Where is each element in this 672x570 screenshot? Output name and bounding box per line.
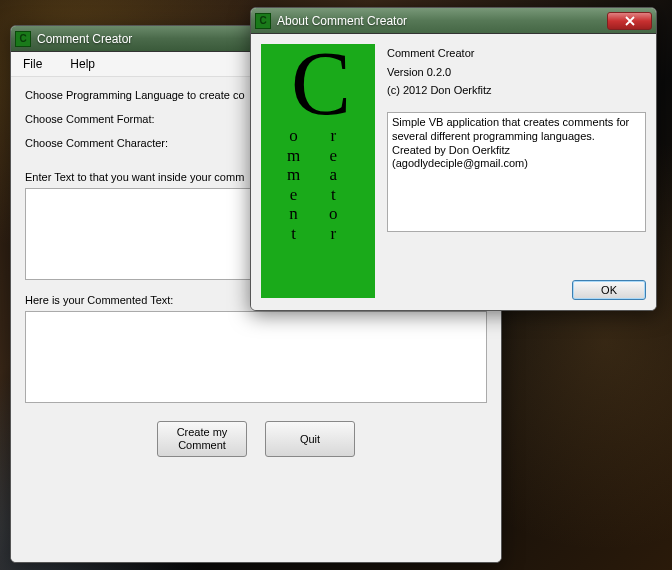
quit-label: Quit — [300, 433, 320, 445]
about-logo: C omment reator — [261, 44, 375, 298]
close-button[interactable] — [607, 12, 652, 30]
create-label: Create my Comment — [177, 426, 228, 451]
about-name: Comment Creator — [387, 44, 646, 63]
about-copyright: (c) 2012 Don Oerkfitz — [387, 81, 646, 100]
app-icon: C — [15, 31, 31, 47]
logo-word-omment: omment — [287, 126, 300, 243]
close-icon — [625, 16, 635, 26]
output-textarea[interactable] — [25, 311, 487, 403]
about-footer: OK — [387, 270, 646, 300]
create-comment-button[interactable]: Create my Comment — [157, 421, 247, 457]
quit-button[interactable]: Quit — [265, 421, 355, 457]
about-titlebar[interactable]: C About Comment Creator — [251, 8, 656, 34]
logo-word-reator: reator — [329, 126, 338, 243]
app-icon: C — [255, 13, 271, 29]
about-right-pane: Comment Creator Version 0.2.0 (c) 2012 D… — [387, 44, 646, 300]
menu-help[interactable]: Help — [64, 54, 101, 74]
ok-button[interactable]: OK — [572, 280, 646, 300]
menu-file[interactable]: File — [17, 54, 48, 74]
about-description[interactable]: Simple VB application that creates comme… — [387, 112, 646, 232]
about-window: C About Comment Creator C omment reator … — [250, 7, 657, 311]
about-title: About Comment Creator — [277, 14, 607, 28]
logo-big-c: C — [291, 50, 351, 118]
about-version: Version 0.2.0 — [387, 63, 646, 82]
about-body: C omment reator Comment Creator Version … — [251, 34, 656, 310]
about-info-block: Comment Creator Version 0.2.0 (c) 2012 D… — [387, 44, 646, 100]
button-row: Create my Comment Quit — [25, 421, 487, 457]
ok-label: OK — [601, 284, 617, 296]
